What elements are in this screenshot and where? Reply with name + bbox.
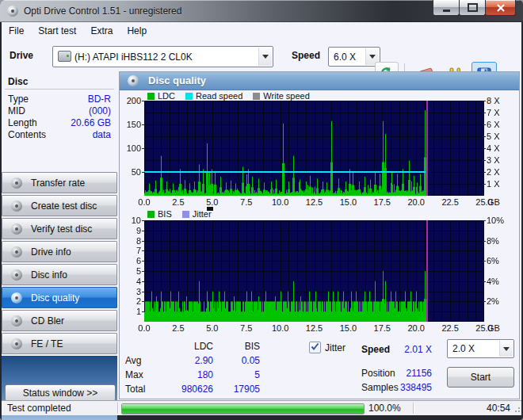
axis-tick-label: 10.0 [265, 323, 296, 333]
info-value: 20.66 GB [71, 117, 111, 129]
jitter-checkbox[interactable] [309, 342, 321, 353]
sidebar-item-verify-test-disc[interactable]: Verify test disc [2, 218, 117, 239]
legend-label: Write speed [263, 91, 310, 101]
speed-select-value: 6.0 X [334, 48, 356, 66]
info-value: data [93, 129, 111, 141]
check-icon [311, 342, 319, 351]
test-speed-value: 2.0 X [452, 340, 475, 357]
progress-percent: 100.0% [368, 403, 401, 414]
stats-col-ldc: LDC [167, 341, 213, 352]
legend-label: BIS [158, 209, 172, 219]
sidebar-item-disc-info[interactable]: Disc info [2, 264, 117, 285]
axis-tick-label: 10.0 [265, 197, 296, 207]
axis-tick-label: 4 X [487, 143, 510, 153]
close-button[interactable] [485, 0, 516, 16]
legend-swatch [147, 93, 155, 100]
sidebar-item-create-test-disc[interactable]: Create test disc [2, 195, 117, 216]
axis-tick-label: 4% [487, 277, 510, 286]
legend-item: BIS [147, 209, 172, 219]
axis-tick-label: 0.0 [128, 197, 160, 207]
app-disc-icon [7, 6, 18, 17]
disc-info-row: TypeBD-R [2, 94, 117, 105]
start-button[interactable]: Start [447, 367, 514, 388]
divider [5, 89, 114, 90]
stats-avg-bis: 0.05 [214, 355, 260, 366]
stats-col-bis: BIS [214, 341, 260, 352]
progress-bar [121, 403, 365, 414]
info-label: Type [8, 94, 29, 105]
axis-tick-label: 2% [487, 296, 510, 306]
titlebar[interactable]: Opti Drive Control 1.51 - unregistered [0, 0, 523, 22]
menu-item-start-test[interactable]: Start test [31, 22, 83, 40]
window-title: Opti Drive Control 1.51 - unregistered [24, 0, 181, 22]
status-bar: Test completed 100.0% 40:54 [2, 400, 521, 415]
axis-tick-label: 8 X [487, 96, 510, 105]
drive-select[interactable]: (H:) ATAPI iHBS112 2 CL0K [52, 46, 273, 67]
drive-select-value: (H:) ATAPI iHBS112 2 CL0K [74, 47, 193, 67]
stats-row-total-label: Total [125, 384, 145, 395]
axis-tick-label: 4 [120, 277, 141, 286]
menu-item-file[interactable]: File [2, 22, 31, 40]
speed-select[interactable]: 6.0 X [328, 47, 380, 67]
test-speed-select[interactable]: 2.0 X [447, 339, 514, 358]
disc-icon [11, 200, 22, 212]
sidebar-item-label: CD Bler [31, 315, 64, 326]
toolbar: Drive (H:) ATAPI iHBS112 2 CL0K Speed 6.… [2, 40, 521, 71]
info-label: Contents [8, 129, 46, 141]
axis-tick-label: 7 X [487, 108, 510, 117]
sidebar-item-label: Transfer rate [31, 178, 85, 189]
legend-item: Write speed [253, 91, 310, 101]
drive-label: Drive [10, 50, 33, 61]
legend-swatch [253, 93, 260, 100]
axis-tick-label: 2.5 [162, 197, 194, 207]
axis-tick-label: 100 [120, 143, 141, 153]
info-value: (000) [89, 105, 111, 117]
sidebar-item-label: Drive info [31, 246, 71, 258]
disc-info-rows: TypeBD-RMID(000)Length20.66 GBContentsda… [2, 94, 117, 141]
sidebar: Disc TypeBD-RMID(000)Length20.66 GBConte… [2, 71, 117, 400]
sidebar-item-label: Create test disc [31, 200, 97, 212]
legend-item: LDC [147, 91, 175, 101]
axis-tick-label: 7 [120, 246, 141, 255]
legend-swatch [185, 93, 193, 100]
maximize-icon [468, 3, 478, 12]
menu-bar: FileStart testExtraHelp [2, 22, 521, 40]
axis-tick-label: 50 [120, 167, 141, 177]
info-label: Length [8, 117, 37, 129]
sidebar-item-fe-te[interactable]: FE / TE [2, 333, 117, 354]
axis-tick-label: 8% [487, 236, 510, 246]
stats-row-avg-label: Avg [125, 355, 141, 366]
axis-tick-label: 12.5 [299, 197, 330, 207]
sidebar-item-label: Disc quality [31, 292, 79, 304]
axis-tick-label: GB [487, 197, 500, 207]
axis-tick-label: 150 [120, 120, 141, 129]
info-label: MID [8, 105, 25, 117]
axis-tick-label: 20.0 [400, 323, 432, 333]
minimize-icon [443, 10, 450, 12]
maximize-button[interactable] [459, 0, 486, 16]
speed-label: Speed [292, 50, 320, 61]
legend-item: Read speed [185, 91, 242, 101]
menu-item-extra[interactable]: Extra [83, 22, 120, 40]
info-value: BD-R [88, 94, 111, 105]
jitter-label: Jitter [325, 342, 345, 353]
menu-item-help[interactable]: Help [120, 22, 154, 40]
axis-tick-label: 5 [120, 266, 141, 276]
stats-avg-ldc: 2.90 [167, 355, 213, 366]
minimize-button[interactable] [433, 0, 460, 16]
client-area: FileStart testExtraHelp Drive (H:) ATAPI… [2, 22, 521, 414]
axis-tick-label: GB [487, 323, 500, 333]
sidebar-item-cd-bler[interactable]: CD Bler [2, 310, 117, 331]
sidebar-item-label: Verify test disc [31, 223, 92, 235]
status-window-button[interactable]: Status window >> [5, 384, 116, 402]
speed-stat-value: 2.01 X [381, 344, 432, 355]
axis-tick-label: 3 [120, 287, 141, 296]
resize-grip[interactable] [513, 407, 520, 414]
axis-tick-label: 10 [120, 216, 141, 225]
stats-row-max-label: Max [125, 369, 143, 380]
sidebar-item-transfer-rate[interactable]: Transfer rate [2, 172, 117, 193]
axis-tick-label: 7.5 [231, 197, 262, 207]
sidebar-item-drive-info[interactable]: Drive info [2, 241, 117, 262]
disc-quality-panel: Disc quality LDCRead speedWrite speed BI… [119, 71, 520, 399]
sidebar-item-disc-quality[interactable]: Disc quality [2, 287, 117, 308]
